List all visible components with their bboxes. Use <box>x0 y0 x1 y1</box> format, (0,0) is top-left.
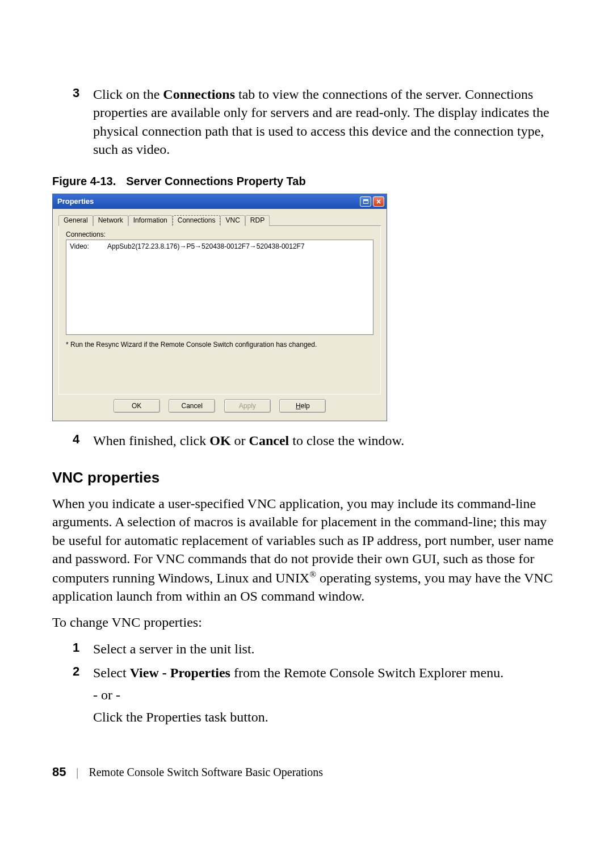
step-4-b1: OK <box>209 433 230 448</box>
figure-caption: Figure 4-13.Server Connections Property … <box>52 175 561 188</box>
vnc-step-2-body: Select View - Properties from the Remote… <box>93 664 503 682</box>
step-4: 4 When finished, click OK or Cancel to c… <box>73 431 561 450</box>
page-footer: 85 | Remote Console Switch Software Basi… <box>52 765 561 779</box>
vnc-step-2-num: 2 <box>73 664 93 682</box>
tab-bar: General Network Information Connections … <box>53 209 387 395</box>
page-number: 85 <box>52 765 76 779</box>
footer-divider: | <box>76 765 78 779</box>
help-button[interactable]: Help <box>279 399 326 413</box>
resync-note: * Run the Resync Wizard if the Remote Co… <box>66 341 373 349</box>
properties-dialog: Properties × General Network Information… <box>52 194 387 421</box>
registered-mark: ® <box>309 569 316 579</box>
step-3: 3 Click on the Connections tab to view t… <box>73 85 561 159</box>
help-acc-pre: H <box>296 402 301 410</box>
ok-button[interactable]: OK <box>114 399 160 413</box>
maximize-icon <box>363 199 368 204</box>
conn-type: Video: <box>70 242 107 250</box>
tab-network[interactable]: Network <box>93 215 128 226</box>
tab-information[interactable]: Information <box>128 215 173 226</box>
list-item: Video:AppSub2(172.23.8.176)→P5→520438-00… <box>70 242 370 250</box>
step-4-body: When finished, click OK or Cancel to clo… <box>93 431 404 450</box>
maximize-button[interactable] <box>360 196 371 207</box>
close-button[interactable]: × <box>373 196 384 207</box>
vnc-paragraph: When you indicate a user-specified VNC a… <box>52 494 561 605</box>
figure-title: Server Connections Property Tab <box>126 175 305 187</box>
conn-path: AppSub2(172.23.8.176)→P5→520438-0012F7→5… <box>107 242 305 250</box>
step-4-post: to close the window. <box>289 433 404 448</box>
cancel-button[interactable]: Cancel <box>169 399 215 413</box>
connections-list: Video:AppSub2(172.23.8.176)→P5→520438-00… <box>66 240 373 335</box>
step-3-pre: Click on the <box>93 87 163 102</box>
step-4-mid: or <box>231 433 249 448</box>
vnc-properties-heading: VNC properties <box>52 469 561 487</box>
vnc-s2-b: View - Properties <box>130 665 230 680</box>
connections-label: Connections: <box>66 230 379 238</box>
step-3-body: Click on the Connections tab to view the… <box>93 85 561 159</box>
vnc-step-2b: Click the Properties task button. <box>93 710 561 725</box>
apply-button: Apply <box>224 399 271 413</box>
s2b-post: task button. <box>201 710 268 724</box>
vnc-step-1-num: 1 <box>73 640 93 658</box>
tab-vnc[interactable]: VNC <box>220 215 245 226</box>
footer-title: Remote Console Switch Software Basic Ope… <box>89 766 323 779</box>
vnc-step-2: 2 Select View - Properties from the Remo… <box>73 664 561 682</box>
step-3-bold: Connections <box>163 87 235 102</box>
vnc-s2-pre: Select <box>93 665 130 680</box>
vnc-s2-post: from the Remote Console Switch Explorer … <box>230 665 503 680</box>
vnc-step-1-body: Select a server in the unit list. <box>93 640 255 658</box>
or-separator: - or - <box>93 687 561 703</box>
tab-general[interactable]: General <box>58 215 93 226</box>
dialog-title: Properties <box>57 197 358 206</box>
s2b-b: Properties <box>146 710 201 724</box>
titlebar: Properties × <box>53 194 387 209</box>
step-3-num: 3 <box>73 86 93 159</box>
tab-rdp[interactable]: RDP <box>245 215 270 226</box>
vnc-step-1: 1 Select a server in the unit list. <box>73 640 561 658</box>
close-icon: × <box>376 197 381 206</box>
step-4-b2: Cancel <box>249 433 289 448</box>
step-4-num: 4 <box>73 432 93 450</box>
dialog-buttons: OK Cancel Apply Help <box>53 395 387 421</box>
tab-connections[interactable]: Connections <box>173 215 221 226</box>
tab-panel: Connections: Video:AppSub2(172.23.8.176)… <box>58 226 381 395</box>
help-acc-post: elp <box>301 402 310 410</box>
figure-num: Figure 4-13. <box>52 175 116 187</box>
vnc-lead: To change VNC properties: <box>52 613 561 631</box>
s2b-pre: Click the <box>93 710 146 724</box>
step-4-pre: When finished, click <box>93 433 209 448</box>
